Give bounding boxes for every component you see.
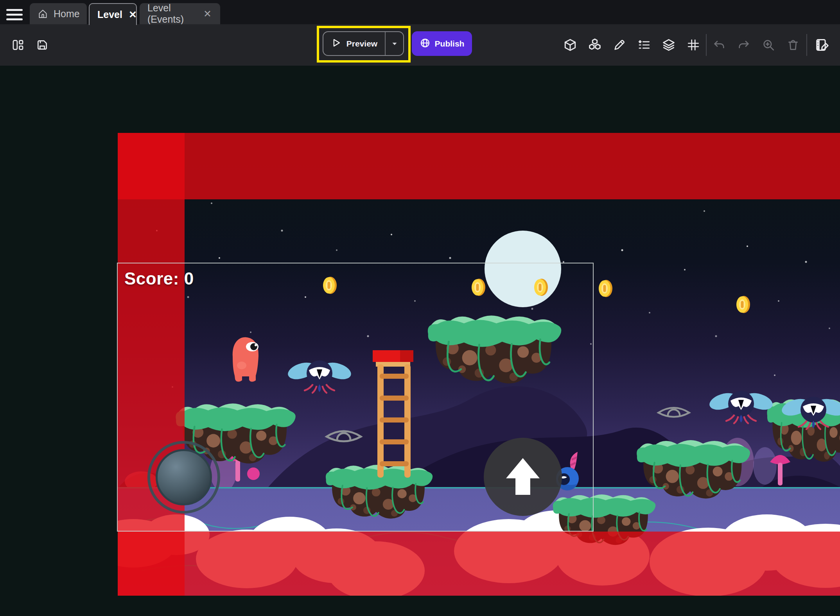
game-editor-window: Home Level ✕ Level (Events) ✕ Preview <box>0 0 840 616</box>
objects-cube-icon[interactable] <box>562 37 578 53</box>
pencil-edit-icon[interactable] <box>612 37 627 53</box>
red-zone-bottom[interactable] <box>118 532 840 596</box>
virtual-joystick[interactable] <box>147 441 220 514</box>
coin[interactable] <box>736 296 750 313</box>
coin[interactable] <box>599 280 612 297</box>
events-sheet-icon[interactable] <box>815 37 830 53</box>
tab-home-label: Home <box>54 8 80 20</box>
main-toolbar: Preview Publish <box>0 24 840 66</box>
tab-home[interactable]: Home <box>30 3 87 24</box>
close-icon[interactable]: ✕ <box>128 9 138 20</box>
tab-level-label: Level <box>97 9 122 20</box>
arrow-up-icon <box>506 458 540 495</box>
grid-icon[interactable] <box>686 37 701 53</box>
trash-icon[interactable] <box>785 37 801 53</box>
divider <box>706 34 707 56</box>
hamburger-menu-icon[interactable] <box>6 9 23 23</box>
publish-button[interactable]: Publish <box>412 31 472 56</box>
instances-cubes-icon[interactable] <box>587 37 603 53</box>
joystick-knob[interactable] <box>156 449 212 505</box>
undo-icon[interactable] <box>711 37 727 53</box>
close-icon[interactable]: ✕ <box>203 8 212 20</box>
chevron-down-icon <box>390 39 399 48</box>
object-properties-icon[interactable] <box>636 37 652 53</box>
play-icon <box>331 38 341 50</box>
layers-icon[interactable] <box>661 37 677 53</box>
redo-icon[interactable] <box>736 37 752 53</box>
tab-level-events-label: Level (Events) <box>147 2 197 25</box>
tab-bar: Home Level ✕ Level (Events) ✕ <box>0 0 840 24</box>
tab-level[interactable]: Level ✕ <box>89 3 137 25</box>
tab-level-events[interactable]: Level (Events) ✕ <box>140 3 220 24</box>
layout-panels-icon[interactable] <box>10 37 26 53</box>
divider <box>806 34 807 56</box>
score-text[interactable]: Score: 0 <box>124 269 194 288</box>
preview-button[interactable]: Preview <box>323 31 404 56</box>
globe-icon <box>420 38 431 50</box>
jump-button[interactable] <box>484 438 562 516</box>
scene-editor-canvas[interactable]: Score: 0 987;728 <box>0 66 840 616</box>
home-icon <box>38 9 48 19</box>
zoom-in-icon[interactable] <box>761 37 776 53</box>
preview-dropdown-button[interactable] <box>386 32 403 55</box>
publish-button-label: Publish <box>435 39 465 48</box>
red-zone-top[interactable] <box>118 133 840 199</box>
preview-button-label: Preview <box>346 39 377 48</box>
save-icon[interactable] <box>34 37 50 53</box>
